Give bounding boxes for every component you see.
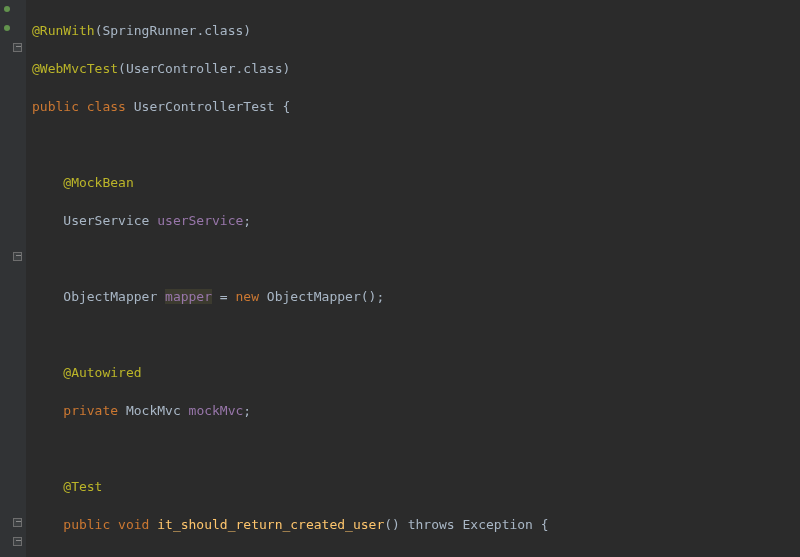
annotation: @WebMvcTest (32, 61, 118, 76)
code-editor[interactable]: @RunWith(SpringRunner.class) @WebMvcTest… (26, 0, 700, 557)
editor-gutter (0, 0, 26, 557)
field: mockMvc (189, 403, 244, 418)
annotation: @Autowired (63, 365, 141, 380)
fold-end-icon[interactable] (13, 518, 22, 527)
field-highlighted: mapper (165, 289, 212, 304)
field: userService (157, 213, 243, 228)
class-name: UserControllerTest (134, 99, 275, 114)
fold-end-icon[interactable] (13, 537, 22, 546)
annotation: @MockBean (63, 175, 133, 190)
fold-toggle-icon[interactable] (13, 252, 22, 261)
method-name: it_should_return_created_user (157, 517, 384, 532)
keyword: public class (32, 99, 134, 114)
green-indicator-icon (4, 25, 10, 31)
annotation: @RunWith (32, 23, 95, 38)
green-indicator-icon (4, 6, 10, 12)
annotation: @Test (63, 479, 102, 494)
fold-toggle-icon[interactable] (13, 43, 22, 52)
